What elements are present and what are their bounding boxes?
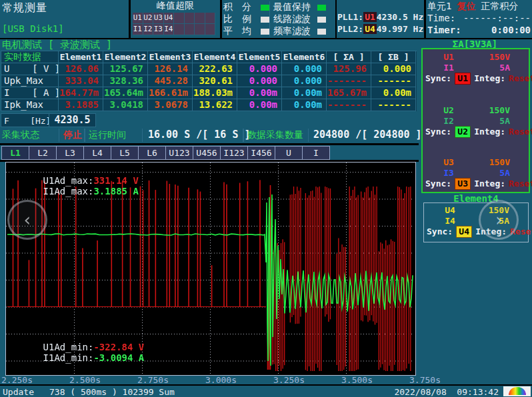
acq-runtime-value: 16.00 S /[ 16 S ] [148, 129, 251, 141]
peak-cell: U1 [133, 13, 143, 24]
table-header-cell: Element6 [282, 51, 327, 63]
peak-cell [174, 13, 185, 24]
channel-i-label: I4 [424, 216, 476, 226]
test-mode-label: 电机测试 [ 录波测试 ] [2, 39, 112, 51]
mode-label: 比 [223, 13, 233, 25]
mode-label: 例 [242, 13, 251, 25]
table-cell: ------ [371, 99, 416, 111]
channel-u-range: 150V [475, 105, 529, 116]
pll1-source-badge: U1 [363, 12, 377, 22]
integ-status: Reset [509, 179, 532, 189]
table-row-label: I [ A ] [1, 87, 59, 99]
nav-prev-button[interactable]: ‹ [7, 200, 47, 240]
table-cell: 165.67m [327, 87, 371, 99]
table-cell: ------- [327, 75, 371, 87]
acquisition-row: 采集状态 停止 运行时间 16.00 S /[ 16 S ] 数据采集数量 20… [0, 128, 417, 143]
i-max-label: I1Ad_max: [43, 186, 94, 197]
header-bar: 常规测量 [USB Disk1] 峰值超限 U1U2U3U4I1I2I3I4 积… [0, 0, 532, 38]
table-cell: 0.000 [237, 63, 282, 75]
table-cell: 328.36 [103, 75, 148, 87]
tab-u456[interactable]: U456 [193, 146, 221, 160]
table-cell: 165.64m [103, 87, 148, 99]
tab-u123[interactable]: U123 [166, 146, 193, 160]
tab-i123[interactable]: I123 [221, 146, 248, 160]
line-filter-led [317, 17, 326, 23]
table-cell: ------- [327, 99, 371, 111]
table-cell: ------ [371, 75, 416, 87]
tab-i[interactable]: I [303, 146, 330, 160]
peak-cell: I2 [143, 24, 154, 35]
acq-count-value: 204800 /[ 204800 ] [313, 129, 422, 141]
integ-status: Reset [509, 127, 532, 137]
x-tick-label: 3.250s [273, 375, 305, 385]
mode-label: 分 [242, 1, 251, 13]
peak-overlimit-grid: U1U2U3U4I1I2I3I4 [133, 13, 215, 35]
max-hold-led [317, 5, 326, 11]
table-cell: 126.06 [59, 63, 103, 75]
sync-source-badge: U4 [456, 226, 472, 238]
pll2-source-badge: U4 [363, 24, 377, 34]
table-cell: 0.00m [371, 87, 416, 99]
channel-u-label: U1 [423, 52, 475, 63]
tab-u[interactable]: U [275, 146, 303, 160]
channel-u-label: U2 [423, 105, 475, 116]
tab-i456[interactable]: I456 [248, 146, 275, 160]
pll1-label: PLL1: [337, 12, 363, 22]
nav-next-button[interactable]: › [479, 200, 519, 240]
acq-status-value: 停止 [63, 129, 82, 141]
table-cell: 166.61m [148, 87, 193, 99]
power-analyzer-screen: 常规测量 [USB Disk1] 峰值超限 U1U2U3U4I1I2I3I4 积… [0, 0, 532, 397]
sync-label: Sync: [425, 179, 451, 189]
filter-label: 线路滤波 [273, 13, 311, 25]
integration-mode-section: 积分 比例 平均 [222, 0, 269, 38]
table-row-label: Upk_Max [1, 75, 59, 87]
datetime: 2022/08/08 09:13:42 [394, 387, 499, 397]
table-cell: 222.63 [193, 63, 237, 75]
table-cell: 0.00m [237, 87, 282, 99]
u-max-label: U1Ad_max: [43, 175, 94, 186]
average-led [261, 29, 269, 35]
table-cell: 164.77m [59, 87, 103, 99]
table-cell: 188.03m [193, 87, 237, 99]
update-label: Update [3, 387, 34, 397]
filter-section: 最值保持 线路滤波 频率滤波 [271, 0, 335, 38]
channel-u-label: U4 [424, 205, 476, 216]
peak-cell [185, 13, 195, 24]
channel-i-label: I3 [423, 168, 475, 179]
tab-l6[interactable]: L6 [139, 146, 166, 160]
realtime-table: 实时数据Element1Element2Element3Element4Elem… [1, 51, 417, 111]
channel-i-label: I1 [423, 63, 475, 73]
time-value: ------:--:-- [463, 13, 531, 23]
table-cell: 0.00m [237, 99, 282, 111]
peak-cell [205, 24, 216, 35]
channel-u-range: 150V [475, 52, 529, 63]
tab-l1[interactable]: L1 [1, 146, 29, 160]
pll-section: PLL1:U14230.5 Hz PLL2:U449.997 Hz [337, 0, 423, 38]
peak-cell: U2 [143, 13, 154, 24]
vendor-logo [503, 386, 531, 396]
table-cell: 3.1885 [59, 99, 103, 111]
tab-l5[interactable]: L5 [111, 146, 139, 160]
page-title: 常规测量 [2, 1, 47, 15]
integ-label: Integ: [474, 73, 505, 84]
table-cell: 0.000 [371, 63, 416, 75]
peak-cell [174, 24, 185, 35]
freq-label-box: F [Hz] [1, 113, 50, 127]
sync-source-badge: U1 [455, 73, 471, 85]
peak-cell: U4 [164, 13, 175, 24]
sync-label: Sync: [425, 73, 451, 84]
tab-l3[interactable]: L3 [57, 146, 84, 160]
channel-group: U1150VI15ASync:U1Integ:Reset [423, 52, 529, 84]
table-cell: 125.67 [103, 63, 148, 75]
table-header-cell: Element3 [148, 51, 193, 63]
tab-l4[interactable]: L4 [84, 146, 111, 160]
peak-cell [185, 24, 195, 35]
waveform-chart: U1Ad_max:331.14 V I1Ad_max:3.1885 A U1Ad… [5, 162, 416, 376]
freq-label: F [Hz] [1, 116, 51, 126]
peak-cell [195, 24, 205, 35]
tab-l2[interactable]: L2 [29, 146, 57, 160]
sync-label: Sync: [425, 127, 451, 137]
peak-overlimit-title: 峰值超限 [131, 0, 220, 12]
x-tick-label: 2.750s [137, 375, 169, 385]
channel-i-range: 5A [475, 63, 529, 73]
